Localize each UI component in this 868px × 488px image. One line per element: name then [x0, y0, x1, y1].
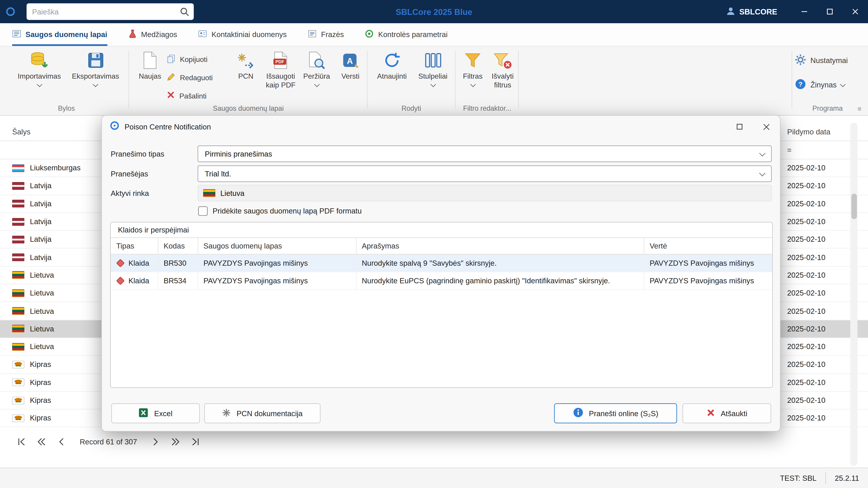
fill-date: 2025-02-10 [787, 159, 825, 177]
country-name: Kipras [30, 396, 51, 404]
group-label-sdl: Saugos duomenų lapai [129, 105, 368, 112]
dialog-titlebar[interactable]: Poison Centre Notification [102, 116, 780, 138]
notification-type-select[interactable]: Pirminis pranešimas [197, 145, 772, 162]
copy-button[interactable]: Kopijuoti [164, 52, 226, 66]
first-record-button[interactable] [16, 435, 28, 448]
group-menu-icon[interactable]: ≡ [857, 105, 861, 113]
next-page-button[interactable] [169, 435, 181, 448]
errors-groupbox-title: Klaidos ir perspėjimai [111, 222, 772, 237]
errors-col-tipas[interactable]: Tipas [111, 238, 158, 254]
chevron-down-icon [759, 150, 765, 156]
poison-centre-notification-dialog: Poison Centre Notification Pranešimo tip… [101, 115, 780, 431]
pcn-button[interactable]: PCN [228, 49, 263, 81]
country-flag [12, 361, 24, 368]
tab-frazes[interactable]: Frazės [308, 23, 344, 46]
date-filter-operator[interactable]: = [787, 141, 792, 159]
filter-funnel-icon [464, 49, 482, 72]
edit-button[interactable]: Redaguoti [164, 70, 226, 85]
info-icon [573, 407, 583, 419]
save-as-pdf-button[interactable]: PDF Išsaugoti kaip PDF [260, 49, 301, 90]
prev-record-button[interactable] [55, 435, 68, 448]
country-name: Lietuva [30, 307, 54, 315]
tab-kontaktiniai-duomenys[interactable]: Kontaktiniai duomenys [198, 23, 287, 46]
errors-col-aprasymas[interactable]: Aprašymas [356, 238, 644, 254]
fill-date: 2025-02-10 [787, 338, 825, 355]
country-flag [12, 164, 24, 172]
notifier-select[interactable]: Trial ltd. [197, 165, 772, 182]
country-flag [12, 289, 24, 297]
submit-online-button[interactable]: Pranešti online (S₂S) [554, 403, 677, 423]
errors-col-sdl[interactable]: Saugos duomenų lapas [197, 238, 356, 254]
new-button[interactable]: Naujas [134, 49, 165, 81]
country-name: Latvija [30, 218, 52, 226]
flask-icon [128, 29, 137, 40]
help-button[interactable]: ? Žinynas [795, 78, 845, 91]
attach-pdf-checkbox[interactable] [198, 206, 208, 216]
delete-button[interactable]: Pašalinti [164, 89, 226, 103]
clear-filters-button[interactable]: Išvalyti filtrus [488, 49, 518, 90]
dialog-maximize-button[interactable] [731, 119, 748, 135]
column-header-pildymo-data[interactable]: Pildymo data [787, 123, 830, 140]
titlebar: SBLCore 2025 Blue SBLCORE [0, 0, 868, 23]
version-label: 25.2.11 [835, 474, 859, 482]
preview-button[interactable]: Peržiūra [300, 49, 334, 87]
sds-list-icon [12, 29, 21, 40]
error-row-selected[interactable]: Klaida BR530 PAVYZDYS Pavojingas mišinys… [111, 254, 772, 272]
export-button[interactable]: Eksportavimas [66, 49, 125, 87]
tab-kontroles-parametrai[interactable]: Kontrolės parametrai [365, 23, 447, 46]
maximize-button[interactable] [817, 0, 843, 23]
ribbon: Importavimas Eksportavimas Bylos Naujas [0, 46, 868, 116]
fill-date: 2025-02-10 [787, 320, 825, 337]
chevron-down-icon [759, 170, 765, 176]
search-input[interactable] [27, 7, 180, 16]
gear-icon [795, 54, 806, 67]
settings-button[interactable]: Nustatymai [795, 54, 848, 67]
scrollbar-thumb[interactable] [851, 194, 857, 219]
columns-button[interactable]: Stulpeliai [414, 49, 452, 87]
errors-col-kodas[interactable]: Kodas [158, 238, 197, 254]
translate-button[interactable]: A Versti [335, 49, 366, 81]
tab-medziagos[interactable]: Medžiagos [128, 23, 177, 46]
close-button[interactable] [842, 0, 868, 23]
status-bar: TEST: SBL 25.2.11 [0, 467, 868, 488]
refresh-button[interactable]: Atnaujinti [372, 49, 412, 81]
fill-date: 2025-02-10 [787, 267, 825, 284]
environment-label: TEST: SBL [780, 474, 816, 482]
pcn-documentation-button[interactable]: PCN dokumentacija [204, 403, 320, 423]
next-record-button[interactable] [149, 435, 161, 448]
search-box[interactable] [27, 3, 194, 20]
chevron-down-icon [37, 82, 42, 87]
country-name: Lietuva [30, 343, 54, 351]
search-icon[interactable] [180, 7, 189, 17]
excel-button[interactable]: Excel [111, 403, 200, 423]
fill-date: 2025-02-10 [787, 231, 825, 248]
import-database-icon [29, 49, 49, 72]
column-header-salys[interactable]: Šalys [0, 127, 31, 136]
country-flag [12, 414, 24, 422]
error-row[interactable]: Klaida BR534 PAVYZDYS Pavojingas mišinys… [111, 272, 772, 290]
app-logo-icon [5, 6, 16, 17]
group-label-bylos: Bylos [4, 105, 129, 112]
dialog-close-button[interactable] [758, 119, 774, 135]
filter-button[interactable]: Filtras [458, 49, 488, 87]
tab-saugos-duomenu-lapai[interactable]: Saugos duomenų lapai [12, 23, 107, 46]
import-button[interactable]: Importavimas [9, 49, 70, 87]
fill-date: 2025-02-10 [787, 195, 825, 213]
columns-icon [424, 49, 442, 72]
minimize-button[interactable] [792, 0, 817, 23]
record-counter: Record 61 of 307 [80, 437, 137, 446]
vertical-scrollbar[interactable] [850, 123, 858, 466]
country-flag [12, 218, 24, 225]
country-name: Latvija [30, 235, 52, 244]
country-flag [12, 379, 24, 386]
pcn-star-icon [222, 408, 231, 419]
errors-col-verte[interactable]: Vertė [644, 238, 772, 254]
cancel-button[interactable]: Atšaukti [683, 403, 771, 423]
prev-page-button[interactable] [35, 435, 48, 448]
fill-date: 2025-02-10 [787, 410, 825, 427]
account-button[interactable]: SBLCORE [725, 6, 777, 18]
chevron-down-icon [470, 82, 475, 87]
fill-date: 2025-02-10 [787, 392, 825, 409]
last-record-button[interactable] [189, 435, 202, 448]
pencil-icon [166, 72, 176, 83]
